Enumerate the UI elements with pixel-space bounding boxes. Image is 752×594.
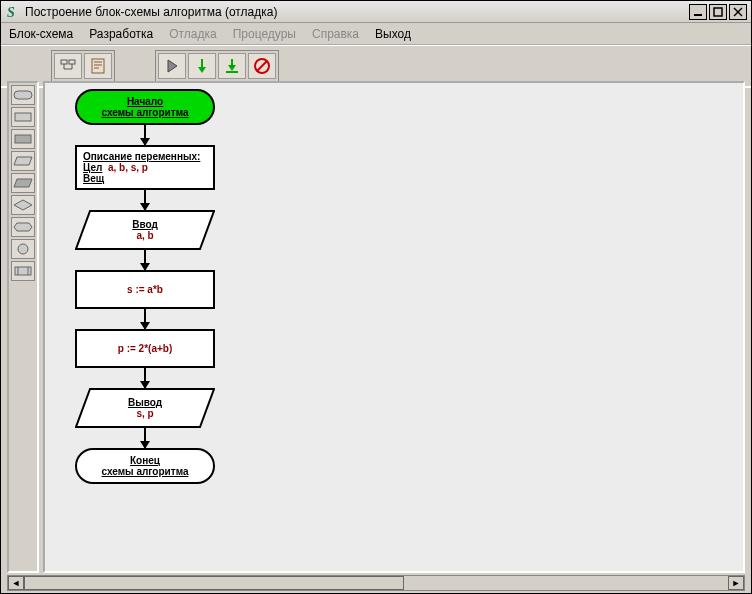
svg-marker-25 <box>14 223 32 231</box>
svg-marker-15 <box>228 65 236 71</box>
svg-rect-27 <box>15 267 31 275</box>
close-button[interactable] <box>729 4 747 20</box>
tool-play-icon[interactable] <box>158 53 186 79</box>
svg-marker-23 <box>14 179 32 187</box>
end-line1: Конец <box>130 455 160 466</box>
app-window: S Построение блок-схемы алгоритма (отлад… <box>0 0 752 594</box>
svg-marker-24 <box>14 200 32 210</box>
input-title: Ввод <box>132 219 158 230</box>
vars-real-label: Вещ <box>83 173 207 184</box>
arrow-3 <box>144 250 146 270</box>
arrow-5 <box>144 368 146 388</box>
palette-io2-icon[interactable] <box>11 173 35 193</box>
node-proc1[interactable]: s := a*b <box>75 270 215 309</box>
palette-io-icon[interactable] <box>11 151 35 171</box>
scroll-right-button[interactable]: ► <box>728 576 744 590</box>
palette-loop-icon[interactable] <box>11 217 35 237</box>
tool-align-icon[interactable] <box>54 53 82 79</box>
node-end[interactable]: Конец схемы алгоритма <box>75 448 215 484</box>
menu-block-scheme[interactable]: Блок-схема <box>9 27 73 41</box>
menubar: Блок-схема Разработка Отладка Процедуры … <box>1 23 751 45</box>
palette-process-icon[interactable] <box>11 107 35 127</box>
palette-connector-icon[interactable] <box>11 239 35 259</box>
menu-development[interactable]: Разработка <box>89 27 153 41</box>
start-line2: схемы алгоритма <box>102 107 189 118</box>
svg-rect-21 <box>15 135 31 143</box>
svg-marker-22 <box>14 157 32 165</box>
menu-debug: Отладка <box>169 27 216 41</box>
app-icon: S <box>5 4 21 20</box>
output-vars: s, p <box>136 408 153 419</box>
arrow-4 <box>144 309 146 329</box>
maximize-button[interactable] <box>709 4 727 20</box>
horizontal-scrollbar[interactable]: ◄ ► <box>7 575 745 591</box>
svg-rect-2 <box>714 8 722 16</box>
vars-title: Описание переменных: <box>83 151 207 162</box>
node-output[interactable]: Вывод s, p <box>75 388 215 428</box>
minimize-button[interactable] <box>689 4 707 20</box>
svg-rect-10 <box>92 59 104 73</box>
shape-palette <box>7 81 39 573</box>
tool-step-down-icon[interactable] <box>188 53 216 79</box>
arrow-1 <box>144 125 146 145</box>
vars-int-label: Цел <box>83 162 102 173</box>
menu-help: Справка <box>312 27 359 41</box>
toolbar-group-1 <box>51 50 115 82</box>
start-line1: Начало <box>127 96 163 107</box>
node-proc2[interactable]: p := 2*(a+b) <box>75 329 215 368</box>
window-title: Построение блок-схемы алгоритма (отладка… <box>25 5 689 19</box>
svg-point-26 <box>18 244 28 254</box>
svg-marker-13 <box>198 67 206 73</box>
arrow-2 <box>144 190 146 210</box>
svg-rect-20 <box>15 113 31 121</box>
vars-int-list: a, b, s, p <box>108 162 148 173</box>
menu-exit[interactable]: Выход <box>375 27 411 41</box>
input-vars: a, b <box>136 230 153 241</box>
proc1-text: s := a*b <box>127 284 163 295</box>
proc2-text: p := 2*(a+b) <box>118 343 172 354</box>
scroll-thumb[interactable] <box>24 576 404 590</box>
svg-rect-6 <box>69 60 75 64</box>
palette-terminator-icon[interactable] <box>11 85 35 105</box>
flowchart-canvas[interactable]: Начало схемы алгоритма Описание переменн… <box>43 81 745 573</box>
svg-line-18 <box>257 61 267 71</box>
flowchart: Начало схемы алгоритма Описание переменн… <box>75 89 215 484</box>
toolbar-group-2 <box>155 50 279 82</box>
palette-process2-icon[interactable] <box>11 129 35 149</box>
palette-decision-icon[interactable] <box>11 195 35 215</box>
node-start[interactable]: Начало схемы алгоритма <box>75 89 215 125</box>
tool-stop-icon[interactable] <box>248 53 276 79</box>
svg-text:S: S <box>7 5 15 20</box>
svg-marker-11 <box>168 60 177 72</box>
content-area: Начало схемы алгоритма Описание переменн… <box>7 81 745 573</box>
palette-subprocess-icon[interactable] <box>11 261 35 281</box>
output-title: Вывод <box>128 397 162 408</box>
end-line2: схемы алгоритма <box>102 466 189 477</box>
node-input[interactable]: Ввод a, b <box>75 210 215 250</box>
arrow-6 <box>144 428 146 448</box>
svg-rect-5 <box>61 60 67 64</box>
tool-doc-icon[interactable] <box>84 53 112 79</box>
titlebar: S Построение блок-схемы алгоритма (отлад… <box>1 1 751 23</box>
svg-rect-19 <box>14 91 32 99</box>
menu-procedures: Процедуры <box>233 27 296 41</box>
window-buttons <box>689 4 747 20</box>
tool-step-to-line-icon[interactable] <box>218 53 246 79</box>
node-vars[interactable]: Описание переменных: Цел a, b, s, p Вещ <box>75 145 215 190</box>
scroll-left-button[interactable]: ◄ <box>8 576 24 590</box>
